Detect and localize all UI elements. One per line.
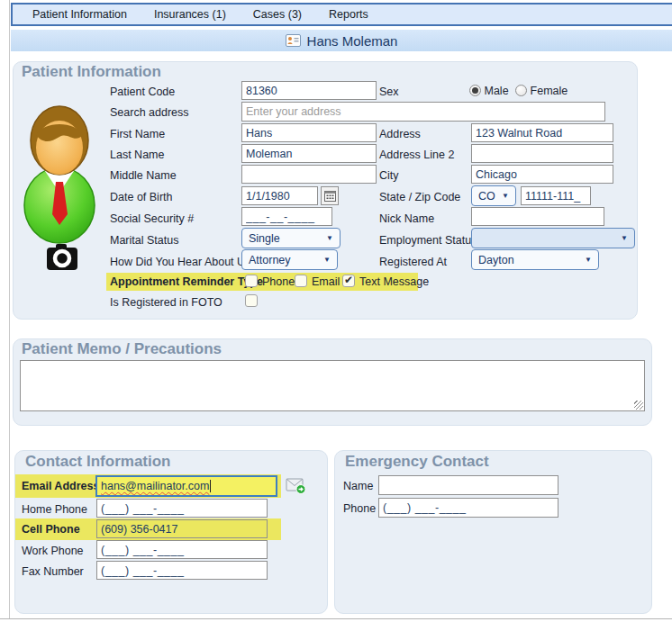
- patient-header-bar: Hans Moleman: [11, 30, 672, 51]
- employment-status-select[interactable]: ▼: [471, 228, 635, 248]
- reminder-label: Appointment Reminder Type: [110, 275, 263, 288]
- address-input[interactable]: [471, 123, 613, 142]
- address2-input[interactable]: [471, 144, 613, 163]
- reminder-text-message-checkbox[interactable]: [342, 275, 355, 287]
- marital-status-value: Single: [249, 232, 280, 245]
- patient-code-label: Patient Code: [110, 86, 175, 98]
- zip-input[interactable]: [521, 186, 591, 205]
- page-left-border: [9, 0, 10, 619]
- page-bottom-border: [0, 618, 672, 619]
- reminder-phone-checkbox[interactable]: [245, 275, 258, 287]
- middle-name-label: Middle Name: [110, 169, 177, 182]
- dob-input[interactable]: [241, 186, 318, 205]
- emergency-title: Emergency Contact: [345, 453, 489, 471]
- state-select[interactable]: CO ▼: [471, 185, 516, 206]
- city-label: City: [379, 169, 399, 182]
- memo-textarea[interactable]: [20, 360, 645, 411]
- patient-name: Hans Moleman: [307, 33, 398, 49]
- chevron-down-icon: ▼: [502, 192, 509, 200]
- fax-input[interactable]: [96, 561, 268, 580]
- marital-status-select[interactable]: Single ▼: [241, 228, 341, 248]
- fax-label: Fax Number: [22, 565, 84, 578]
- reminder-email-checkbox[interactable]: [295, 275, 307, 287]
- email-value: hans@mailinator.com: [101, 480, 209, 492]
- work-phone-input[interactable]: [96, 540, 268, 559]
- female-radio-label: Female: [531, 85, 568, 97]
- hear-about-value: Attorney: [249, 254, 291, 266]
- home-phone-label: Home Phone: [22, 503, 87, 516]
- dob-label: Date of Birth: [110, 191, 172, 203]
- employment-status-label: Employment Status: [379, 234, 477, 247]
- tab-patient-information[interactable]: Patient Information: [32, 8, 127, 21]
- reminder-email-label: Email: [312, 275, 340, 288]
- chevron-down-icon: ▼: [585, 256, 592, 264]
- marital-status-label: Marital Status: [110, 234, 178, 247]
- cell-phone-label: Cell Phone: [22, 523, 80, 536]
- search-address-label: Search address: [110, 106, 189, 119]
- top-nav: Patient Information Insurances (1) Cases…: [11, 3, 672, 26]
- male-radio[interactable]: [469, 85, 481, 96]
- tab-reports[interactable]: Reports: [329, 8, 368, 21]
- resize-grip-icon[interactable]: [634, 401, 643, 410]
- registered-at-label: Registered At: [379, 256, 447, 268]
- calendar-icon[interactable]: [321, 186, 339, 205]
- email-input[interactable]: hans@mailinator.com: [95, 475, 277, 497]
- ssn-label: Social Security #: [110, 212, 194, 225]
- female-radio[interactable]: [515, 85, 527, 96]
- reminder-phone-label: Phone: [262, 275, 295, 288]
- male-radio-label: Male: [484, 85, 508, 97]
- patient-code-input[interactable]: [241, 81, 377, 100]
- emergency-name-label: Name: [343, 480, 373, 492]
- sex-label: Sex: [379, 86, 399, 98]
- tab-insurances[interactable]: Insurances (1): [154, 8, 226, 21]
- tab-cases[interactable]: Cases (3): [253, 8, 302, 21]
- email-label: Email Address: [22, 480, 99, 492]
- nick-name-input[interactable]: [471, 207, 604, 226]
- hear-about-select[interactable]: Attorney ▼: [241, 249, 338, 270]
- text-caret: [210, 480, 211, 492]
- patient-information-title: Patient Information: [22, 63, 161, 81]
- state-zip-label: State / Zip Code: [379, 191, 460, 203]
- state-value: CO: [478, 190, 495, 203]
- patient-avatar: [20, 104, 99, 245]
- search-address-input[interactable]: [241, 102, 605, 122]
- city-input[interactable]: [471, 165, 613, 184]
- registered-at-value: Dayton: [478, 254, 514, 266]
- contact-card-icon: [286, 34, 301, 47]
- send-email-icon[interactable]: [286, 477, 306, 494]
- nick-name-label: Nick Name: [379, 212, 434, 225]
- address2-label: Address Line 2: [379, 149, 454, 161]
- chevron-down-icon: ▼: [326, 234, 333, 242]
- emergency-phone-label: Phone: [343, 502, 376, 515]
- camera-icon[interactable]: [45, 243, 81, 271]
- memo-title: Patient Memo / Precautions: [22, 340, 222, 358]
- cell-phone-input[interactable]: [96, 519, 268, 538]
- first-name-input[interactable]: [241, 123, 377, 142]
- work-phone-label: Work Phone: [22, 545, 84, 557]
- reminder-text-message-label: Text Message: [359, 275, 429, 288]
- first-name-label: First Name: [110, 128, 165, 140]
- sex-radio-group: Male Female: [469, 85, 568, 97]
- home-phone-input[interactable]: [96, 499, 268, 518]
- chevron-down-icon: ▼: [621, 234, 628, 242]
- last-name-label: Last Name: [110, 149, 164, 161]
- foto-checkbox[interactable]: [245, 294, 258, 307]
- hear-about-label: How Did You Hear About Us?: [110, 256, 257, 268]
- contact-title: Contact Information: [25, 453, 171, 471]
- emergency-phone-input[interactable]: [378, 498, 558, 518]
- last-name-input[interactable]: [241, 144, 377, 163]
- emergency-name-input[interactable]: [378, 475, 558, 495]
- ssn-input[interactable]: [241, 207, 332, 226]
- address-label: Address: [379, 128, 421, 140]
- registered-at-select[interactable]: Dayton ▼: [471, 249, 599, 270]
- foto-label: Is Registered in FOTO: [110, 296, 222, 309]
- chevron-down-icon: ▼: [323, 256, 331, 264]
- middle-name-input[interactable]: [241, 165, 377, 184]
